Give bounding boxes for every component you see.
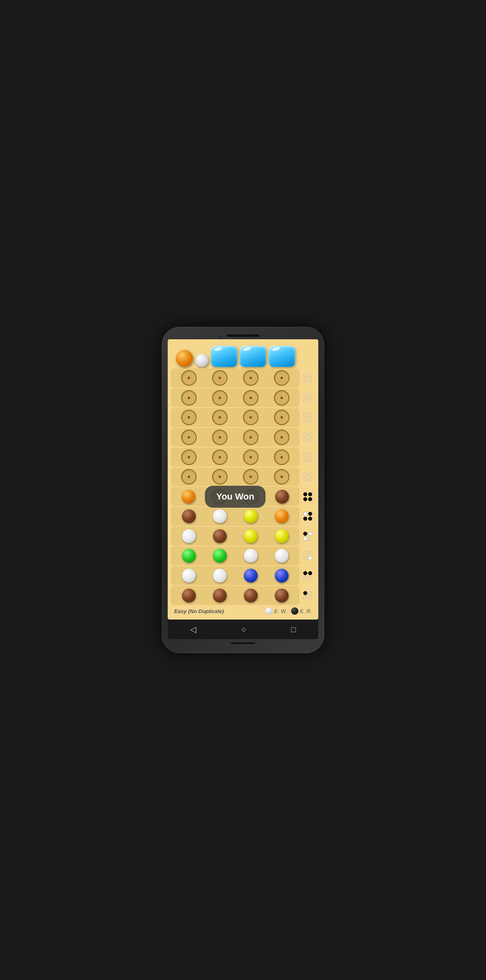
marble-yellow — [244, 529, 258, 543]
game-row[interactable] — [171, 447, 300, 467]
hint-dot — [303, 596, 307, 600]
marble-hole[interactable] — [274, 469, 289, 485]
marble-brown — [182, 589, 196, 602]
marble-hole[interactable] — [274, 390, 289, 406]
marble-hole[interactable] — [181, 410, 197, 425]
marble-hole[interactable] — [274, 370, 289, 386]
hint-dot — [308, 591, 312, 595]
game-row[interactable] — [171, 566, 300, 585]
selector-marble-orange[interactable] — [176, 350, 193, 367]
marble-hole[interactable] — [212, 410, 228, 425]
marble-hole[interactable] — [212, 430, 228, 445]
marble-hole[interactable] — [181, 450, 197, 465]
you-won-overlay: You Won — [205, 486, 265, 508]
exact-white-text: E. W. — [274, 608, 287, 614]
game-row[interactable] — [171, 389, 300, 408]
marble-white — [182, 529, 196, 543]
recent-button[interactable]: □ — [291, 625, 296, 634]
marble-hole[interactable] — [212, 450, 228, 465]
marble-hole[interactable] — [243, 469, 258, 485]
marble-hole[interactable] — [274, 430, 289, 445]
hint-dot — [308, 532, 312, 536]
hint-dots — [303, 571, 312, 580]
game-footer: Easy (No Duplicate) E. W. E. R. — [171, 605, 315, 616]
marble-hole[interactable] — [243, 450, 258, 465]
hint-dot — [308, 453, 312, 457]
selector-slot-3[interactable] — [269, 346, 295, 367]
marble-hole[interactable] — [243, 370, 258, 386]
hint-dot — [303, 512, 307, 516]
phone-screen: You Won Easy (No Duplicate) E. W. E. R. — [168, 339, 318, 620]
game-row[interactable] — [171, 546, 300, 565]
hint-dot — [303, 438, 307, 442]
marble-hole[interactable] — [274, 410, 289, 425]
game-row[interactable] — [171, 408, 300, 427]
hint-row — [300, 527, 315, 546]
marble-white — [244, 549, 258, 563]
hint-dots — [303, 393, 312, 402]
hint-dot — [303, 477, 307, 481]
hint-dot — [303, 373, 307, 378]
hint-dots — [303, 591, 312, 600]
selector-marble-white[interactable] — [195, 354, 208, 367]
back-button[interactable]: ◁ — [190, 624, 196, 634]
hint-dot — [308, 576, 312, 580]
hint-row — [300, 586, 315, 605]
game-row[interactable] — [171, 507, 300, 526]
hint-dot — [303, 576, 307, 580]
marble-orange — [275, 509, 289, 523]
hint-dot — [308, 413, 312, 417]
selector-slot-2[interactable] — [240, 346, 266, 367]
hint-row — [300, 389, 315, 408]
rows-container: You Won — [171, 369, 300, 605]
hint-dot — [308, 438, 312, 442]
nav-bar: ◁ ○ □ — [168, 620, 318, 639]
hint-dot — [303, 492, 307, 496]
selector-slot-1[interactable] — [211, 346, 237, 367]
marble-hole[interactable] — [181, 390, 197, 406]
hint-row — [300, 369, 315, 388]
speaker-bottom — [231, 642, 255, 644]
game-row[interactable] — [171, 467, 300, 487]
hint-dot — [303, 398, 307, 402]
hint-dot — [308, 512, 312, 516]
marble-hole[interactable] — [181, 370, 197, 386]
game-row[interactable]: You Won — [171, 487, 300, 506]
marble-hole[interactable] — [181, 469, 197, 485]
hint-dots — [303, 512, 312, 521]
hint-row — [300, 487, 315, 506]
marble-hole[interactable] — [181, 430, 197, 445]
marble-white — [213, 509, 227, 523]
marble-hole[interactable] — [212, 469, 228, 485]
marble-hole[interactable] — [243, 390, 258, 406]
marble-hole[interactable] — [212, 390, 228, 406]
hint-dot — [303, 378, 307, 382]
hint-row — [300, 428, 315, 447]
hint-row — [300, 408, 315, 427]
black-indicator-ball — [291, 607, 298, 615]
game-row[interactable] — [171, 586, 300, 605]
hint-dot — [303, 537, 307, 541]
home-button[interactable]: ○ — [241, 625, 246, 634]
game-row[interactable] — [171, 369, 300, 388]
difficulty-label: Easy (No Duplicate) — [174, 608, 261, 614]
phone-bottom — [231, 639, 255, 647]
hint-dot — [308, 458, 312, 462]
marble-hole[interactable] — [243, 430, 258, 445]
hint-dot — [303, 497, 307, 501]
hint-row — [300, 546, 315, 565]
game-row[interactable] — [171, 428, 300, 447]
marble-brown — [182, 509, 196, 523]
hint-dot — [308, 393, 312, 397]
hint-dots — [303, 373, 312, 382]
game-row[interactable] — [171, 527, 300, 546]
marble-brown — [244, 589, 258, 602]
hint-dot — [308, 492, 312, 496]
marble-hole[interactable] — [243, 410, 258, 425]
marble-hole[interactable] — [212, 370, 228, 386]
marble-hole[interactable] — [274, 450, 289, 465]
hint-dot — [303, 551, 307, 555]
hint-dot — [308, 472, 312, 476]
hint-dot — [303, 571, 307, 575]
white-indicator-ball — [265, 607, 273, 615]
